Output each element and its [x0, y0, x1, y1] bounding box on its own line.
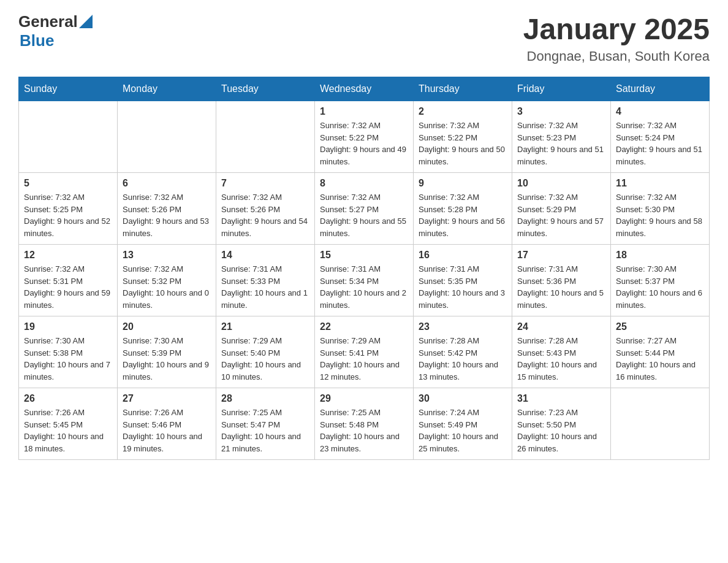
calendar-cell: 29Sunrise: 7:25 AMSunset: 5:48 PMDayligh…: [315, 388, 414, 460]
day-number: 29: [320, 393, 408, 404]
calendar-cell: 8Sunrise: 7:32 AMSunset: 5:27 PMDaylight…: [315, 173, 414, 245]
calendar-cell: 11Sunrise: 7:32 AMSunset: 5:30 PMDayligh…: [611, 173, 710, 245]
logo-general-text: General: [18, 12, 78, 31]
day-info: Sunrise: 7:32 AMSunset: 5:26 PMDaylight:…: [221, 191, 309, 239]
day-number: 26: [24, 393, 112, 404]
day-info: Sunrise: 7:27 AMSunset: 5:44 PMDaylight:…: [616, 335, 704, 383]
weekday-header-saturday: Saturday: [611, 77, 710, 101]
calendar-cell: 16Sunrise: 7:31 AMSunset: 5:35 PMDayligh…: [414, 245, 512, 316]
day-number: 20: [123, 321, 211, 332]
weekday-header-thursday: Thursday: [414, 77, 512, 101]
day-info: Sunrise: 7:30 AMSunset: 5:37 PMDaylight:…: [616, 263, 704, 311]
calendar-cell: 13Sunrise: 7:32 AMSunset: 5:32 PMDayligh…: [118, 245, 216, 316]
title-section: January 2025 Dongnae, Busan, South Korea: [523, 12, 710, 64]
day-number: 22: [320, 321, 408, 332]
day-info: Sunrise: 7:25 AMSunset: 5:47 PMDaylight:…: [221, 407, 309, 454]
calendar-cell: 23Sunrise: 7:28 AMSunset: 5:42 PMDayligh…: [414, 316, 512, 388]
calendar-cell: 14Sunrise: 7:31 AMSunset: 5:33 PMDayligh…: [216, 245, 315, 316]
logo-line2: Blue: [20, 31, 93, 50]
calendar-cell: 27Sunrise: 7:26 AMSunset: 5:46 PMDayligh…: [118, 388, 216, 460]
day-info: Sunrise: 7:28 AMSunset: 5:43 PMDaylight:…: [517, 335, 605, 383]
svg-marker-0: [79, 15, 93, 28]
day-number: 14: [221, 250, 309, 261]
calendar-cell: 28Sunrise: 7:25 AMSunset: 5:47 PMDayligh…: [216, 388, 315, 460]
day-info: Sunrise: 7:32 AMSunset: 5:32 PMDaylight:…: [123, 263, 211, 311]
weekday-header-sunday: Sunday: [19, 77, 118, 101]
calendar-subtitle: Dongnae, Busan, South Korea: [523, 48, 710, 64]
day-number: 8: [320, 178, 408, 189]
day-info: Sunrise: 7:31 AMSunset: 5:34 PMDaylight:…: [320, 263, 408, 311]
day-number: 13: [123, 250, 211, 261]
day-info: Sunrise: 7:26 AMSunset: 5:45 PMDaylight:…: [24, 407, 112, 454]
day-number: 6: [123, 178, 211, 189]
day-number: 11: [616, 178, 704, 189]
calendar-week-3: 12Sunrise: 7:32 AMSunset: 5:31 PMDayligh…: [19, 245, 710, 316]
logo: General Blue: [18, 12, 93, 50]
day-number: 23: [419, 321, 507, 332]
calendar-cell: 7Sunrise: 7:32 AMSunset: 5:26 PMDaylight…: [216, 173, 315, 245]
day-info: Sunrise: 7:29 AMSunset: 5:40 PMDaylight:…: [221, 335, 309, 383]
day-number: 9: [419, 178, 507, 189]
logo-triangle-icon: [79, 15, 93, 28]
calendar-cell: 2Sunrise: 7:32 AMSunset: 5:22 PMDaylight…: [414, 101, 512, 173]
calendar-cell: [19, 101, 118, 173]
calendar-header-row: SundayMondayTuesdayWednesdayThursdayFrid…: [19, 77, 710, 101]
day-number: 24: [517, 321, 605, 332]
day-info: Sunrise: 7:32 AMSunset: 5:25 PMDaylight:…: [24, 191, 112, 239]
weekday-header-monday: Monday: [118, 77, 216, 101]
calendar-cell: 31Sunrise: 7:23 AMSunset: 5:50 PMDayligh…: [512, 388, 611, 460]
day-info: Sunrise: 7:32 AMSunset: 5:26 PMDaylight:…: [123, 191, 211, 239]
day-number: 12: [24, 250, 112, 261]
calendar-cell: 10Sunrise: 7:32 AMSunset: 5:29 PMDayligh…: [512, 173, 611, 245]
calendar-cell: 26Sunrise: 7:26 AMSunset: 5:45 PMDayligh…: [19, 388, 118, 460]
calendar-week-1: 1Sunrise: 7:32 AMSunset: 5:22 PMDaylight…: [19, 101, 710, 173]
calendar-cell: [611, 388, 710, 460]
calendar-cell: 6Sunrise: 7:32 AMSunset: 5:26 PMDaylight…: [118, 173, 216, 245]
day-info: Sunrise: 7:32 AMSunset: 5:22 PMDaylight:…: [320, 120, 408, 167]
day-info: Sunrise: 7:28 AMSunset: 5:42 PMDaylight:…: [419, 335, 507, 383]
calendar-cell: 19Sunrise: 7:30 AMSunset: 5:38 PMDayligh…: [19, 316, 118, 388]
calendar-cell: 3Sunrise: 7:32 AMSunset: 5:23 PMDaylight…: [512, 101, 611, 173]
calendar-cell: 20Sunrise: 7:30 AMSunset: 5:39 PMDayligh…: [118, 316, 216, 388]
day-number: 1: [320, 106, 408, 117]
day-number: 19: [24, 321, 112, 332]
day-number: 25: [616, 321, 704, 332]
calendar-week-4: 19Sunrise: 7:30 AMSunset: 5:38 PMDayligh…: [19, 316, 710, 388]
calendar-cell: 12Sunrise: 7:32 AMSunset: 5:31 PMDayligh…: [19, 245, 118, 316]
day-number: 30: [419, 393, 507, 404]
weekday-header-wednesday: Wednesday: [315, 77, 414, 101]
calendar-cell: 5Sunrise: 7:32 AMSunset: 5:25 PMDaylight…: [19, 173, 118, 245]
weekday-header-tuesday: Tuesday: [216, 77, 315, 101]
day-info: Sunrise: 7:32 AMSunset: 5:30 PMDaylight:…: [616, 191, 704, 239]
calendar-cell: 30Sunrise: 7:24 AMSunset: 5:49 PMDayligh…: [414, 388, 512, 460]
day-number: 28: [221, 393, 309, 404]
calendar-week-5: 26Sunrise: 7:26 AMSunset: 5:45 PMDayligh…: [19, 388, 710, 460]
calendar-table: SundayMondayTuesdayWednesdayThursdayFrid…: [18, 77, 710, 460]
day-info: Sunrise: 7:25 AMSunset: 5:48 PMDaylight:…: [320, 407, 408, 454]
day-number: 10: [517, 178, 605, 189]
day-number: 15: [320, 250, 408, 261]
calendar-week-2: 5Sunrise: 7:32 AMSunset: 5:25 PMDaylight…: [19, 173, 710, 245]
day-info: Sunrise: 7:32 AMSunset: 5:24 PMDaylight:…: [616, 120, 704, 167]
weekday-header-friday: Friday: [512, 77, 611, 101]
day-info: Sunrise: 7:32 AMSunset: 5:22 PMDaylight:…: [419, 120, 507, 167]
calendar-cell: 21Sunrise: 7:29 AMSunset: 5:40 PMDayligh…: [216, 316, 315, 388]
day-info: Sunrise: 7:31 AMSunset: 5:35 PMDaylight:…: [419, 263, 507, 311]
day-info: Sunrise: 7:31 AMSunset: 5:33 PMDaylight:…: [221, 263, 309, 311]
day-number: 31: [517, 393, 605, 404]
page-header: General Blue January 2025 Dongnae, Busan…: [18, 12, 710, 64]
day-number: 16: [419, 250, 507, 261]
day-info: Sunrise: 7:31 AMSunset: 5:36 PMDaylight:…: [517, 263, 605, 311]
calendar-cell: 25Sunrise: 7:27 AMSunset: 5:44 PMDayligh…: [611, 316, 710, 388]
day-number: 7: [221, 178, 309, 189]
calendar-cell: 22Sunrise: 7:29 AMSunset: 5:41 PMDayligh…: [315, 316, 414, 388]
calendar-cell: 15Sunrise: 7:31 AMSunset: 5:34 PMDayligh…: [315, 245, 414, 316]
logo-blue-text: Blue: [20, 31, 54, 50]
day-number: 4: [616, 106, 704, 117]
day-info: Sunrise: 7:32 AMSunset: 5:29 PMDaylight:…: [517, 191, 605, 239]
day-number: 2: [419, 106, 507, 117]
calendar-cell: 24Sunrise: 7:28 AMSunset: 5:43 PMDayligh…: [512, 316, 611, 388]
logo-wrapper: General Blue: [18, 12, 93, 50]
calendar-cell: 4Sunrise: 7:32 AMSunset: 5:24 PMDaylight…: [611, 101, 710, 173]
day-info: Sunrise: 7:29 AMSunset: 5:41 PMDaylight:…: [320, 335, 408, 383]
